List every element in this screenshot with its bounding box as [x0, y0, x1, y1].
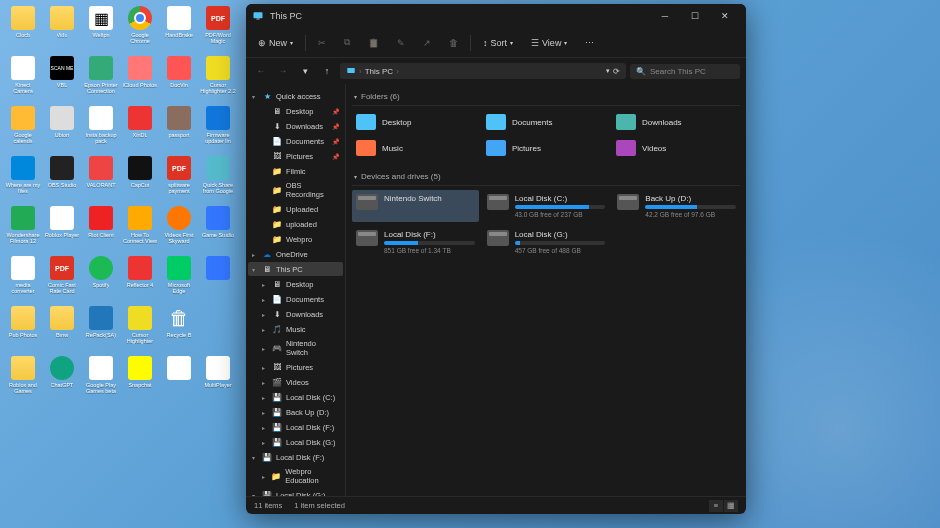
desktop-icon[interactable]: Epson Printer Connection: [82, 56, 120, 104]
view-button[interactable]: ☰View▾: [525, 35, 573, 51]
desktop-icon[interactable]: Quick Share from Google: [199, 156, 237, 204]
drive-item[interactable]: Local Disk (F:)851 GB free of 1.34 TB: [352, 226, 479, 258]
desktop-icon[interactable]: media converter: [4, 256, 42, 304]
desktop-icon[interactable]: Where are my files: [4, 156, 42, 204]
sidebar-item[interactable]: ▸📄Documents: [248, 292, 343, 306]
folder-item[interactable]: Pictures: [482, 136, 610, 160]
sidebar-item[interactable]: ▸📁Webpro Education: [248, 465, 343, 487]
sidebar-item[interactable]: ▸☁OneDrive: [248, 247, 343, 261]
desktop-icon[interactable]: CapCut: [121, 156, 159, 204]
desktop-icon[interactable]: Insta backup pack: [82, 106, 120, 154]
folder-item[interactable]: Videos: [612, 136, 740, 160]
desktop-icon[interactable]: [160, 356, 198, 404]
desktop-icon[interactable]: VALORANT: [82, 156, 120, 204]
desktop-icon[interactable]: Roblox Player: [43, 206, 81, 254]
desktop-icon[interactable]: Spotify: [82, 256, 120, 304]
refresh-button[interactable]: ⟳: [613, 67, 620, 76]
sidebar-item[interactable]: ▾💾Local Disk (G:): [248, 488, 343, 496]
titlebar[interactable]: This PC ─ ☐ ✕: [246, 4, 746, 28]
drive-item[interactable]: Back Up (D:)42.2 GB free of 97.6 GB: [613, 190, 740, 222]
breadcrumb[interactable]: › This PC › ▾ ⟳: [340, 63, 626, 79]
minimize-button[interactable]: ─: [650, 4, 680, 28]
desktop-icon[interactable]: Kinect Camera Viewer: [4, 56, 42, 104]
sidebar-item[interactable]: ▸🖼Pictures: [248, 360, 343, 374]
desktop-icon[interactable]: iCloud Photos: [121, 56, 159, 104]
desktop-icon[interactable]: Cursor Highlighter 2.2: [199, 56, 237, 104]
sidebar-item[interactable]: ▸🖥Desktop: [248, 277, 343, 291]
sidebar-item[interactable]: 📁Webpro: [248, 232, 343, 246]
desktop-icon[interactable]: RePack(SA): [82, 306, 120, 354]
desktop-icon[interactable]: How To Connect View: [121, 206, 159, 254]
sidebar-item[interactable]: ⬇Downloads📌: [248, 119, 343, 133]
sidebar-item[interactable]: 📁Filmic: [248, 164, 343, 178]
sidebar-item[interactable]: ▾★Quick access: [248, 89, 343, 103]
sidebar-item[interactable]: 🖼Pictures📌: [248, 149, 343, 163]
desktop-icon[interactable]: PDFComic Fast Rate Card: [43, 256, 81, 304]
sidebar-item[interactable]: ▸💾Local Disk (F:): [248, 420, 343, 434]
sidebar-item[interactable]: ▸💾Local Disk (C:): [248, 390, 343, 404]
desktop-icon[interactable]: PDFsplitware payment: [160, 156, 198, 204]
desktop-icon[interactable]: Vidu: [43, 6, 81, 54]
desktop-icon[interactable]: ▦Weltpn: [82, 6, 120, 54]
desktop-icon[interactable]: Game Studio: [199, 206, 237, 254]
desktop-icon[interactable]: [199, 306, 237, 354]
up-button[interactable]: ▾: [296, 62, 314, 80]
desktop-icon[interactable]: Firmware updater lin: [199, 106, 237, 154]
drive-item[interactable]: Local Disk (G:)457 GB free of 488 GB: [483, 226, 610, 258]
desktop-icon[interactable]: Pub Photos: [4, 306, 42, 354]
desktop-icon[interactable]: SCAN MEVBL: [43, 56, 81, 104]
sidebar-item[interactable]: 🖥Desktop📌: [248, 104, 343, 118]
details-view-button[interactable]: ≡: [709, 500, 723, 512]
desktop-icon[interactable]: Google calends: [4, 106, 42, 154]
folder-item[interactable]: Music: [352, 136, 480, 160]
desktop-icon[interactable]: [199, 256, 237, 304]
desktop-icon[interactable]: Riot Client: [82, 206, 120, 254]
desktop-icon[interactable]: Cursor Highlighter: [121, 306, 159, 354]
desktop-icon[interactable]: OBS Studio: [43, 156, 81, 204]
up-button[interactable]: ↑: [318, 62, 336, 80]
sort-button[interactable]: ↕Sort▾: [477, 35, 519, 51]
forward-button[interactable]: →: [274, 62, 292, 80]
desktop-icon[interactable]: Roblox and Games: [4, 356, 42, 404]
drive-item[interactable]: Nintendo Switch: [352, 190, 479, 222]
sidebar-item[interactable]: ▸💾Local Disk (G:): [248, 435, 343, 449]
desktop-icon[interactable]: HandBrake: [160, 6, 198, 54]
folder-item[interactable]: Downloads: [612, 110, 740, 134]
sidebar-item[interactable]: ▸💾Back Up (D:): [248, 405, 343, 419]
close-button[interactable]: ✕: [710, 4, 740, 28]
desktop-icon[interactable]: passport: [160, 106, 198, 154]
desktop-icon[interactable]: Microsoft Edge: [160, 256, 198, 304]
desktop-icon[interactable]: MultiPlayer: [199, 356, 237, 404]
desktop-icon[interactable]: PDFPDF/Word Magic: [199, 6, 237, 54]
sidebar-item[interactable]: 📁Uploaded: [248, 202, 343, 216]
folder-item[interactable]: Documents: [482, 110, 610, 134]
sidebar-item[interactable]: ▾🖥This PC: [248, 262, 343, 276]
desktop-icon[interactable]: XinDL: [121, 106, 159, 154]
drives-header[interactable]: ▾Devices and drives (5): [352, 168, 740, 186]
desktop-icon[interactable]: Ubiort: [43, 106, 81, 154]
desktop-icon[interactable]: Bmw: [43, 306, 81, 354]
dropdown-icon[interactable]: ▾: [606, 67, 610, 75]
desktop-icon[interactable]: DocVin: [160, 56, 198, 104]
sidebar-item[interactable]: ▸🎮Nintendo Switch: [248, 337, 343, 359]
maximize-button[interactable]: ☐: [680, 4, 710, 28]
new-button[interactable]: ⊕New▾: [252, 35, 299, 51]
desktop-icon[interactable]: Clocb: [4, 6, 42, 54]
back-button[interactable]: ←: [252, 62, 270, 80]
desktop-icon[interactable]: Snapchat: [121, 356, 159, 404]
folder-item[interactable]: Desktop: [352, 110, 480, 134]
sidebar-item[interactable]: 📁uploaded: [248, 217, 343, 231]
desktop-icon[interactable]: 🗑Recycle B: [160, 306, 198, 354]
sidebar-item[interactable]: ▾💾Local Disk (F:): [248, 450, 343, 464]
sidebar-item[interactable]: ▸🎬Videos: [248, 375, 343, 389]
desktop-icon[interactable]: ChatGPT: [43, 356, 81, 404]
desktop-icon[interactable]: Wondershare Filmora 12: [4, 206, 42, 254]
desktop-icon[interactable]: Google Chrome: [121, 6, 159, 54]
more-button[interactable]: ⋯: [579, 35, 600, 51]
thumb-view-button[interactable]: ▦: [724, 500, 738, 512]
desktop-icon[interactable]: Reflector 4: [121, 256, 159, 304]
folders-header[interactable]: ▾Folders (6): [352, 88, 740, 106]
desktop-icon[interactable]: Videos First Skyward: [160, 206, 198, 254]
desktop-icon[interactable]: Google Play Games beta: [82, 356, 120, 404]
sidebar-item[interactable]: 📄Documents📌: [248, 134, 343, 148]
